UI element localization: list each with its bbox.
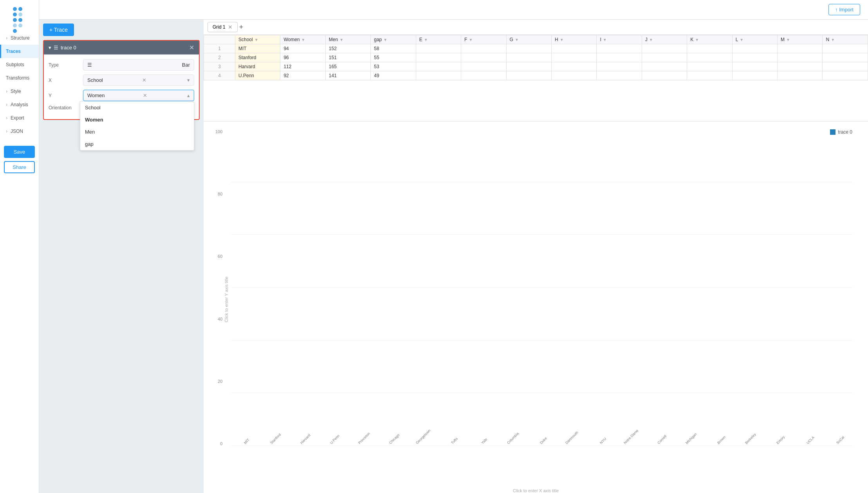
sidebar-item-style[interactable]: Style [0, 85, 39, 98]
col-header-h[interactable]: H ▼ [551, 35, 596, 44]
bar-item[interactable]: SoCal [825, 440, 852, 446]
add-tab-button[interactable]: + [239, 23, 244, 31]
cell-men[interactable]: 141 [325, 71, 370, 80]
cell-gap[interactable]: 49 [371, 71, 416, 80]
bar-item[interactable]: U.Penn [320, 440, 348, 446]
cell-m[interactable] [778, 62, 823, 71]
cell-women[interactable]: 92 [280, 71, 325, 80]
cell-school[interactable]: U.Penn [235, 71, 280, 80]
bar-item[interactable]: Brown [706, 440, 734, 446]
cell-school[interactable]: MIT [235, 44, 280, 53]
cell-women[interactable]: 94 [280, 44, 325, 53]
cell-h[interactable] [551, 53, 596, 62]
cell-k[interactable] [687, 71, 732, 80]
bar-item[interactable]: Cornell [647, 440, 674, 446]
cell-n[interactable] [823, 44, 868, 53]
bar-item[interactable]: Columbia [498, 440, 526, 446]
dropdown-option-men[interactable]: Men [80, 126, 194, 138]
y-clear-button[interactable]: ✕ [143, 92, 147, 98]
cell-l[interactable] [732, 44, 777, 53]
col-header-g[interactable]: G ▼ [506, 35, 551, 44]
cell-gap[interactable]: 53 [371, 62, 416, 71]
bar-item[interactable]: Dartmouth [558, 440, 585, 446]
y-dropdown-arrow[interactable]: ▴ [187, 92, 190, 98]
dropdown-option-school[interactable]: School [80, 102, 194, 114]
cell-l[interactable] [732, 53, 777, 62]
cell-m[interactable] [778, 44, 823, 53]
bar-item[interactable]: MIT [231, 440, 258, 446]
cell-j[interactable] [642, 71, 687, 80]
cell-men[interactable]: 165 [325, 62, 370, 71]
cell-f[interactable] [461, 44, 506, 53]
cell-k[interactable] [687, 44, 732, 53]
cell-e[interactable] [416, 71, 461, 80]
trace-close-button[interactable]: ✕ [189, 44, 194, 51]
col-header-n[interactable]: N ▼ [823, 35, 868, 44]
cell-l[interactable] [732, 62, 777, 71]
col-header-school[interactable]: School ▼ [235, 35, 280, 44]
cell-j[interactable] [642, 44, 687, 53]
bar-item[interactable]: Chicago [379, 440, 407, 446]
bar-item[interactable]: Tufts [439, 440, 466, 446]
col-header-f[interactable]: F ▼ [461, 35, 506, 44]
cell-f[interactable] [461, 53, 506, 62]
bar-item[interactable]: Stanford [261, 440, 288, 446]
type-value[interactable]: ☰ Bar [83, 59, 194, 71]
y-value-field[interactable]: Women ✕ ▴ [83, 90, 194, 101]
cell-n[interactable] [823, 53, 868, 62]
cell-h[interactable] [551, 44, 596, 53]
sidebar-item-json[interactable]: JSON [0, 125, 39, 138]
sidebar-item-export[interactable]: Export [0, 111, 39, 125]
cell-f[interactable] [461, 71, 506, 80]
sidebar-item-structure[interactable]: Structure [0, 31, 39, 45]
bar-item[interactable]: Yale [469, 440, 496, 446]
col-header-men[interactable]: Men ▼ [325, 35, 370, 44]
cell-school[interactable]: Harvard [235, 62, 280, 71]
col-header-gap[interactable]: gap ▼ [371, 35, 416, 44]
collapse-icon[interactable]: ▾ [49, 45, 51, 51]
bar-item[interactable]: Notre Dame [617, 440, 644, 446]
cell-n[interactable] [823, 62, 868, 71]
cell-m[interactable] [778, 71, 823, 80]
cell-gap[interactable]: 55 [371, 53, 416, 62]
grid-tab-close[interactable]: ✕ [228, 24, 233, 30]
cell-l[interactable] [732, 71, 777, 80]
y-axis-title[interactable]: Click to enter Y axis title [224, 277, 229, 323]
cell-j[interactable] [642, 53, 687, 62]
grid-tab-1[interactable]: Grid 1 ✕ [208, 22, 238, 32]
import-button[interactable]: ↑ Import [828, 4, 860, 15]
bar-item[interactable]: Berkeley [736, 440, 763, 446]
cell-h[interactable] [551, 71, 596, 80]
bar-item[interactable]: Princeton [350, 440, 377, 446]
col-header-i[interactable]: I ▼ [597, 35, 642, 44]
cell-g[interactable] [506, 44, 551, 53]
dropdown-option-gap[interactable]: gap [80, 138, 194, 150]
col-header-j[interactable]: J ▼ [642, 35, 687, 44]
share-button[interactable]: Share [4, 161, 35, 173]
cell-i[interactable] [597, 53, 642, 62]
save-button[interactable]: Save [4, 146, 35, 158]
col-header-e[interactable]: E ▼ [416, 35, 461, 44]
x-dropdown-arrow[interactable]: ▾ [187, 77, 190, 83]
bar-item[interactable]: Duke [528, 440, 556, 446]
cell-m[interactable] [778, 53, 823, 62]
cell-men[interactable]: 151 [325, 53, 370, 62]
cell-f[interactable] [461, 62, 506, 71]
cell-e[interactable] [416, 53, 461, 62]
cell-n[interactable] [823, 71, 868, 80]
cell-k[interactable] [687, 62, 732, 71]
cell-men[interactable]: 152 [325, 44, 370, 53]
x-axis-title[interactable]: Click to enter X axis title [513, 488, 559, 493]
cell-i[interactable] [597, 71, 642, 80]
cell-i[interactable] [597, 44, 642, 53]
x-value-field[interactable]: School ✕ ▾ [83, 74, 194, 86]
cell-school[interactable]: Stanford [235, 53, 280, 62]
bar-item[interactable]: Michigan [677, 440, 704, 446]
sidebar-item-subplots[interactable]: Subplots [0, 58, 39, 71]
cell-g[interactable] [506, 71, 551, 80]
cell-g[interactable] [506, 53, 551, 62]
cell-h[interactable] [551, 62, 596, 71]
bar-item[interactable]: Harvard [291, 440, 318, 446]
add-trace-button[interactable]: + Trace [43, 24, 74, 36]
dropdown-option-women[interactable]: Women [80, 114, 194, 126]
